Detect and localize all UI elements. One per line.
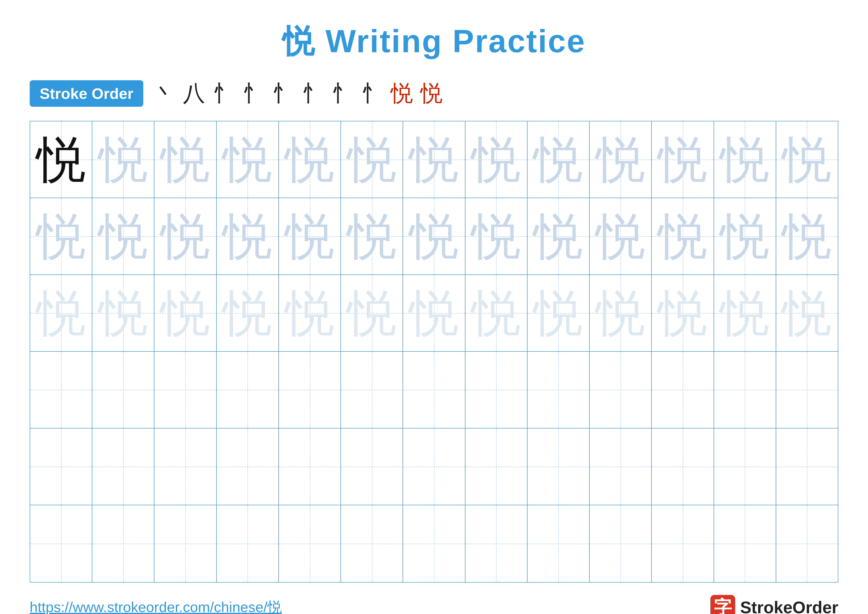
footer-logo: 字 StrokeOrder bbox=[710, 595, 838, 614]
grid-cell[interactable]: 悦 bbox=[30, 198, 92, 274]
char-light: 悦 bbox=[36, 288, 86, 338]
grid-cell[interactable] bbox=[154, 352, 217, 428]
grid-cell[interactable] bbox=[403, 429, 465, 505]
char-medium: 悦 bbox=[533, 211, 583, 261]
grid-cell[interactable]: 悦 bbox=[403, 198, 465, 274]
grid-cell[interactable]: 悦 bbox=[527, 275, 590, 351]
grid-cell[interactable] bbox=[92, 505, 154, 582]
grid-cell[interactable] bbox=[30, 352, 92, 428]
grid-cell[interactable]: 悦 bbox=[341, 121, 403, 197]
grid-cell[interactable] bbox=[217, 505, 279, 582]
grid-cell[interactable] bbox=[465, 352, 527, 428]
grid-cell[interactable] bbox=[403, 352, 465, 428]
page-title: 悦 Writing Practice bbox=[282, 20, 586, 64]
grid-cell[interactable]: 悦 bbox=[465, 121, 527, 197]
char-medium: 悦 bbox=[161, 135, 210, 184]
grid-cell[interactable] bbox=[341, 505, 403, 582]
grid-cell[interactable]: 悦 bbox=[527, 198, 590, 274]
grid-cell[interactable]: 悦 bbox=[92, 121, 154, 197]
grid-cell[interactable] bbox=[92, 429, 154, 505]
char-medium: 悦 bbox=[409, 211, 459, 261]
grid-cell[interactable]: 悦 bbox=[590, 121, 652, 197]
grid-cell[interactable]: 悦 bbox=[403, 275, 465, 351]
grid-cell[interactable]: 悦 bbox=[714, 198, 776, 274]
grid-cell[interactable]: 悦 bbox=[776, 198, 838, 274]
grid-cell[interactable]: 悦 bbox=[652, 121, 714, 197]
grid-cell[interactable]: 悦 bbox=[776, 275, 838, 351]
grid-cell[interactable] bbox=[590, 505, 652, 582]
stroke-order-row: Stroke Order 丶 八 忄 忄 忄 忄 忄 忄 悦 悦 bbox=[30, 78, 838, 109]
grid-cell[interactable]: 悦 bbox=[30, 275, 92, 351]
grid-cell[interactable]: 悦 bbox=[217, 275, 279, 351]
grid-cell[interactable]: 悦 bbox=[590, 198, 652, 274]
grid-cell[interactable]: 悦 bbox=[279, 198, 341, 274]
char-medium: 悦 bbox=[720, 211, 770, 261]
char-light: 悦 bbox=[223, 288, 272, 338]
grid-cell[interactable] bbox=[776, 429, 838, 505]
grid-cell[interactable] bbox=[652, 505, 714, 582]
char-medium: 悦 bbox=[98, 135, 148, 184]
grid-cell[interactable] bbox=[465, 429, 527, 505]
grid-cell[interactable] bbox=[279, 505, 341, 582]
stroke-sequence: 丶 八 忄 忄 忄 忄 忄 忄 悦 悦 bbox=[153, 78, 443, 109]
grid-cell[interactable] bbox=[154, 429, 217, 505]
grid-cell[interactable] bbox=[527, 352, 590, 428]
grid-cell[interactable]: 悦 bbox=[714, 121, 776, 197]
grid-cell[interactable] bbox=[341, 429, 403, 505]
grid-cell[interactable]: 悦 bbox=[217, 121, 279, 197]
char-medium: 悦 bbox=[782, 211, 832, 261]
grid-cell[interactable]: 悦 bbox=[92, 275, 154, 351]
grid-cell[interactable]: 悦 bbox=[154, 121, 217, 197]
grid-row-2: 悦 悦 悦 悦 悦 悦 悦 悦 悦 bbox=[30, 198, 838, 275]
grid-cell[interactable]: 悦 bbox=[652, 275, 714, 351]
grid-cell[interactable]: 悦 bbox=[279, 121, 341, 197]
grid-cell[interactable] bbox=[527, 505, 590, 582]
grid-cell[interactable]: 悦 bbox=[776, 121, 838, 197]
grid-cell[interactable] bbox=[776, 352, 838, 428]
grid-cell[interactable]: 悦 bbox=[590, 275, 652, 351]
grid-cell[interactable] bbox=[652, 352, 714, 428]
char-medium: 悦 bbox=[223, 211, 272, 261]
char-medium: 悦 bbox=[658, 135, 707, 184]
grid-cell[interactable] bbox=[590, 352, 652, 428]
char-medium: 悦 bbox=[533, 135, 583, 184]
grid-cell[interactable] bbox=[652, 429, 714, 505]
grid-cell[interactable]: 悦 bbox=[341, 198, 403, 274]
grid-cell[interactable] bbox=[217, 352, 279, 428]
grid-cell[interactable]: 悦 bbox=[465, 198, 527, 274]
char-medium: 悦 bbox=[720, 135, 770, 184]
grid-cell[interactable] bbox=[776, 505, 838, 582]
char-medium: 悦 bbox=[285, 135, 335, 184]
grid-cell[interactable]: 悦 bbox=[30, 121, 92, 197]
grid-cell[interactable] bbox=[403, 505, 465, 582]
grid-cell[interactable]: 悦 bbox=[714, 275, 776, 351]
grid-cell[interactable]: 悦 bbox=[217, 198, 279, 274]
grid-cell[interactable] bbox=[279, 352, 341, 428]
grid-cell[interactable]: 悦 bbox=[652, 198, 714, 274]
grid-cell[interactable] bbox=[30, 429, 92, 505]
grid-cell[interactable]: 悦 bbox=[465, 275, 527, 351]
char-medium: 悦 bbox=[223, 135, 272, 184]
grid-cell[interactable] bbox=[527, 429, 590, 505]
grid-cell[interactable] bbox=[217, 429, 279, 505]
grid-cell[interactable]: 悦 bbox=[154, 275, 217, 351]
grid-cell[interactable]: 悦 bbox=[341, 275, 403, 351]
grid-cell[interactable] bbox=[590, 429, 652, 505]
grid-cell[interactable] bbox=[714, 352, 776, 428]
grid-cell[interactable]: 悦 bbox=[92, 198, 154, 274]
grid-row-6 bbox=[30, 505, 838, 582]
grid-cell[interactable] bbox=[154, 505, 217, 582]
grid-cell[interactable]: 悦 bbox=[527, 121, 590, 197]
grid-cell[interactable] bbox=[30, 505, 92, 582]
grid-cell[interactable] bbox=[279, 429, 341, 505]
char-light: 悦 bbox=[347, 288, 397, 338]
grid-cell[interactable] bbox=[714, 505, 776, 582]
grid-cell[interactable]: 悦 bbox=[154, 198, 217, 274]
grid-cell[interactable] bbox=[465, 505, 527, 582]
grid-cell[interactable] bbox=[341, 352, 403, 428]
grid-cell[interactable] bbox=[714, 429, 776, 505]
footer-url[interactable]: https://www.strokeorder.com/chinese/悦 bbox=[30, 598, 282, 614]
grid-cell[interactable] bbox=[92, 352, 154, 428]
grid-cell[interactable]: 悦 bbox=[279, 275, 341, 351]
grid-cell[interactable]: 悦 bbox=[403, 121, 465, 197]
